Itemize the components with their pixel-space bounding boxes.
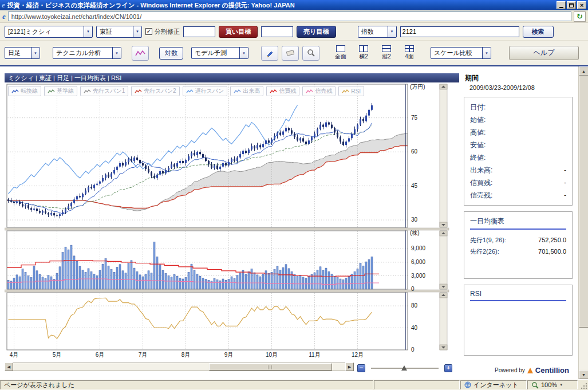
url-field[interactable]: http://www.toyokeizai.net/chart/index/CN… (8, 11, 571, 21)
scale-compare-select[interactable]: スケール比較▼ (431, 47, 491, 59)
zoom-slider[interactable] (371, 364, 439, 372)
market-select[interactable]: 東証▼ (96, 26, 142, 38)
period-select[interactable]: 日足▼ (5, 47, 40, 59)
layout-horizontal2-button[interactable]: 横2 (354, 45, 373, 61)
vertical-scrollbar-thumb[interactable] (579, 76, 588, 328)
scrollbar-track[interactable] (13, 363, 345, 371)
zoom-out-button[interactable]: − (357, 364, 365, 372)
chevron-down-icon: ▼ (84, 26, 92, 37)
line-style-button[interactable] (132, 46, 149, 61)
quote-field-row: 終値: (470, 151, 566, 164)
scroll-right-icon[interactable]: ▶ (345, 363, 354, 371)
layout-horizontal2-label: 横2 (359, 53, 368, 61)
legend-series-icon (342, 89, 349, 94)
legend-item-2[interactable]: 基準線 (44, 86, 77, 96)
search-button[interactable]: 検索 (523, 26, 554, 38)
legend-item-8[interactable]: 信売残 (302, 86, 336, 96)
legend-series-icon (48, 89, 55, 94)
svg-text:40: 40 (411, 325, 418, 331)
chevron-down-icon: ▼ (112, 48, 121, 58)
scroll-up-icon[interactable]: ▲ (579, 66, 588, 76)
index-select[interactable]: 指数▼ (358, 26, 397, 38)
legend-item-7[interactable]: 信買残 (266, 86, 299, 96)
close-button[interactable]: × (577, 1, 586, 9)
globe-icon (464, 381, 471, 388)
ichimoku-values: 先行1(9, 26):752,250.0先行2(26):701,500.0 (470, 234, 566, 257)
minimize-button[interactable] (557, 1, 566, 9)
svg-text:3,000: 3,000 (411, 273, 425, 279)
stock-select-value: [2121]ミクシィ (8, 27, 52, 36)
svg-text:(株): (株) (410, 230, 420, 236)
maximize-button[interactable] (567, 1, 576, 9)
legend-series-icon (306, 89, 313, 94)
powered-by-label: Powered by (495, 367, 525, 373)
legend-item-4[interactable]: 先行スパン2 (131, 86, 179, 96)
buy-target-input[interactable] (183, 26, 215, 37)
legend-item-1[interactable]: 転換線 (8, 86, 41, 96)
chart-region[interactable]: (万円)30456075(株)03,0006,0009,000040804月5月… (5, 83, 459, 361)
pane-scrollbar (440, 231, 447, 289)
legend-series-icon (135, 89, 142, 94)
scrollbar-thumb[interactable] (209, 363, 332, 371)
legend-item-6[interactable]: 出来高 (230, 86, 263, 96)
info-panel: 期間 2009/03/23-2009/12/08 日付:始値:高値:安値:終値:… (459, 66, 577, 379)
legend-item-5[interactable]: 遅行スパン (183, 86, 228, 96)
svg-text:0: 0 (411, 286, 415, 292)
svg-text:75: 75 (411, 115, 418, 121)
model-forecast-select[interactable]: モデル予測▼ (191, 47, 248, 59)
buy-target-button[interactable]: 買い目標 (219, 26, 258, 38)
svg-text:9月: 9月 (224, 352, 234, 358)
legend-item-9[interactable]: RSI (338, 86, 364, 96)
layout-vertical2-icon (382, 45, 391, 52)
legend-series-icon (11, 89, 19, 94)
resize-grip[interactable] (578, 380, 588, 390)
log-scale-button[interactable]: 対数 (159, 47, 183, 60)
split-adjust-label: 分割修正 (155, 27, 180, 36)
chart-canvas[interactable]: (万円)30456075(株)03,0006,0009,000040804月5月… (5, 83, 459, 364)
layout-vertical2-button[interactable]: 縦2 (377, 45, 396, 61)
zoom-tool-button[interactable] (302, 46, 319, 61)
status-bar: ページが表示されました インターネット 100% ▼ (0, 379, 588, 390)
code-input[interactable] (400, 26, 519, 37)
chart-legend: 転換線基準線先行スパン1先行スパン2遅行スパン出来高信買残信売残RSI (8, 86, 364, 96)
draw-pencil-button[interactable] (261, 46, 278, 61)
eraser-icon (285, 49, 295, 57)
refresh-icon[interactable]: ↻ (574, 11, 586, 22)
svg-text:6,000: 6,000 (411, 259, 425, 265)
toolbar-secondary: 日足▼ テクニカル分析▼ 対数 モデル予測▼ 全面 横2 (0, 40, 588, 65)
stock-select[interactable]: [2121]ミクシィ▼ (5, 26, 93, 38)
resize-grip-icon (580, 382, 588, 390)
rsi-title: RSI (470, 289, 566, 301)
chart-panel: ミクシィ | 東証 | 日足 | 一目均衡表 | RSI (万円)3045607… (0, 66, 459, 379)
chevron-down-icon: ▼ (239, 48, 248, 58)
sell-target-input[interactable] (261, 26, 293, 37)
svg-text:5月: 5月 (53, 352, 62, 358)
layout-quad-button[interactable]: 4面 (400, 45, 419, 61)
zoom-slider-thumb[interactable] (401, 365, 407, 371)
help-button[interactable]: ヘルプ (509, 46, 579, 60)
chevron-down-icon: ▼ (133, 26, 141, 37)
vertical-scrollbar[interactable]: ▲ ▼ (578, 66, 588, 379)
technical-analysis-select[interactable]: テクニカル分析▼ (53, 47, 121, 59)
legend-item-3[interactable]: 先行スパン1 (80, 86, 128, 96)
svg-text:8月: 8月 (181, 352, 191, 358)
pane-divider (5, 290, 449, 292)
zoom-in-button[interactable]: + (444, 364, 452, 372)
status-zoom[interactable]: 100% ▼ (527, 380, 578, 389)
layout-full-button[interactable]: 全面 (331, 45, 350, 61)
quote-field-row: 始値: (470, 113, 566, 126)
pane-scrollbar (440, 84, 447, 227)
eraser-button[interactable] (282, 46, 299, 61)
quote-field-row: 出来高:- (470, 164, 566, 176)
split-adjust-checkbox[interactable]: ✓ 分割修正 (145, 27, 180, 36)
ichimoku-box: 一目均衡表 先行1(9, 26):752,250.0先行2(26):701,50… (464, 211, 573, 279)
zigzag-line-icon (135, 50, 145, 57)
chevron-down-icon: ▼ (482, 48, 491, 58)
technical-label: テクニカル分析 (56, 49, 101, 57)
scroll-down-icon[interactable]: ▼ (579, 370, 588, 379)
scroll-left-icon[interactable]: ◀ (5, 363, 13, 371)
svg-text:60: 60 (411, 148, 418, 155)
ie-logo-icon: e (2, 1, 5, 9)
sell-target-button[interactable]: 売り目標 (297, 26, 336, 38)
horizontal-scrollbar[interactable]: ◀ ▶ (5, 363, 354, 371)
